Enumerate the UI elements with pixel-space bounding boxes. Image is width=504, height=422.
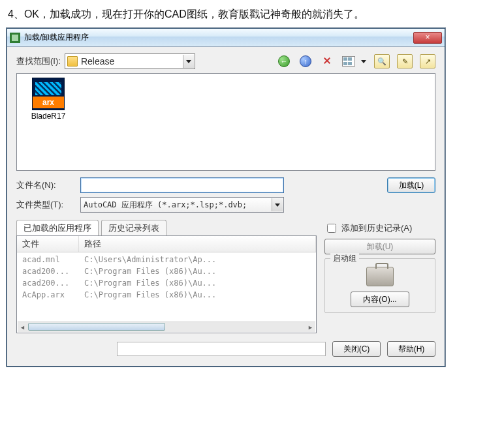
tab-history[interactable]: 历史记录列表	[101, 220, 166, 235]
cell-path: C:\Program Files (x86)\Au...	[84, 290, 311, 299]
window-close-button[interactable]: ×	[413, 32, 442, 44]
loaded-apps-list: 文件 路径 acad.mnlC:\Users\Administrator\Ap.…	[16, 235, 317, 333]
filetype-dropdown-icon[interactable]	[272, 198, 283, 211]
cell-path: C:\Program Files (x86)\Au...	[84, 267, 311, 276]
nav-back-button[interactable]: ←	[276, 54, 292, 68]
cell-file: AcApp.arx	[22, 290, 84, 299]
contents-button[interactable]: 内容(O)...	[351, 292, 409, 307]
add-to-history-checkbox[interactable]: 添加到历史记录(A)	[324, 222, 435, 235]
col-header-path[interactable]: 路径	[79, 236, 316, 252]
filetype-label: 文件类型(T):	[16, 199, 75, 211]
help-button[interactable]: 帮助(H)	[387, 341, 435, 357]
lookin-value: Release	[81, 56, 114, 67]
add-to-history-input[interactable]	[327, 224, 336, 233]
dialog-window: 加载/卸载应用程序 × 查找范围(I): Release ← ↑ 🔍 ✎ ↗	[7, 28, 445, 367]
file-item[interactable]: BladeR17	[22, 78, 74, 121]
table-row[interactable]: AcApp.arxC:\Program Files (x86)\Au...	[17, 289, 316, 301]
filename-label: 文件名(N):	[16, 179, 75, 191]
table-row[interactable]: acad200...C:\Program Files (x86)\Au...	[17, 277, 316, 289]
briefcase-icon	[366, 267, 394, 286]
tabs: 已加载的应用程序 历史记录列表	[16, 220, 317, 236]
nav-views-button[interactable]	[341, 54, 356, 68]
add-to-history-label: 添加到历史记录(A)	[341, 222, 412, 234]
status-field	[117, 342, 326, 356]
titlebar: 加载/卸载应用程序 ×	[7, 29, 445, 47]
tool-button-3[interactable]: ↗	[420, 54, 435, 68]
window-title: 加载/卸载应用程序	[24, 32, 413, 43]
cell-path: C:\Program Files (x86)\Au...	[84, 279, 311, 288]
horizontal-scrollbar[interactable]: ◄ ►	[18, 322, 315, 332]
table-row[interactable]: acad200...C:\Program Files (x86)\Au...	[17, 265, 316, 277]
unload-button[interactable]: 卸载(U)	[324, 239, 435, 254]
filetype-value: AutoCAD 应用程序 (*.arx;*.lsp;*.dvb;	[84, 200, 247, 211]
file-list-pane[interactable]: BladeR17	[16, 73, 435, 171]
views-dropdown-icon[interactable]	[360, 60, 367, 63]
loaded-list-header: 文件 路径	[17, 236, 316, 252]
file-item-label: BladeR17	[22, 112, 74, 121]
app-icon	[10, 33, 20, 43]
cell-file: acad.mnl	[22, 255, 84, 264]
tab-loaded-apps[interactable]: 已加载的应用程序	[16, 220, 99, 235]
tool-button-2[interactable]: ✎	[397, 54, 413, 68]
cell-file: acad200...	[22, 279, 84, 288]
nav-up-button[interactable]: ↑	[298, 54, 313, 68]
cell-path: C:\Users\Administrator\Ap...	[84, 255, 311, 264]
load-button[interactable]: 加载(L)	[387, 177, 435, 193]
cell-file: acad200...	[22, 267, 84, 276]
filename-input[interactable]	[80, 177, 284, 193]
close-button[interactable]: 关闭(C)	[332, 341, 381, 357]
page-caption: 4、OK，加载成功，现在打开你的CAD图纸，教育版戳记神奇般的就消失了。	[8, 8, 497, 22]
nav-delete-button[interactable]	[319, 54, 335, 68]
scroll-left-icon[interactable]: ◄	[18, 322, 27, 332]
startup-group: 启动组 内容(O)...	[324, 258, 435, 313]
scroll-thumb[interactable]	[28, 323, 165, 331]
filetype-combo[interactable]: AutoCAD 应用程序 (*.arx;*.lsp;*.dvb;	[80, 197, 284, 213]
lookin-dropdown-icon[interactable]	[183, 55, 194, 68]
search-tool-button[interactable]: 🔍	[374, 54, 390, 68]
lookin-label: 查找范围(I):	[16, 55, 61, 67]
col-header-file[interactable]: 文件	[17, 236, 79, 252]
startup-group-title: 启动组	[330, 253, 359, 264]
table-row[interactable]: acad.mnlC:\Users\Administrator\Ap...	[17, 254, 316, 265]
arx-file-icon	[32, 78, 65, 110]
lookin-combo[interactable]: Release	[65, 53, 195, 69]
folder-icon	[67, 56, 78, 67]
scroll-right-icon[interactable]: ►	[306, 322, 315, 332]
